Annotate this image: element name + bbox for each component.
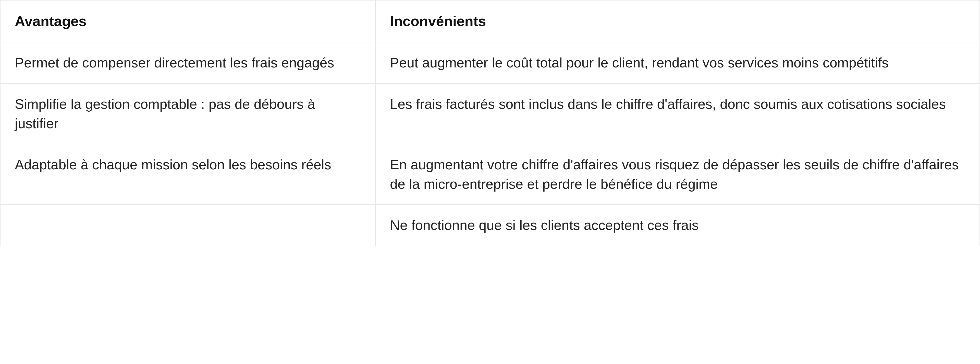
table-row: Simplifie la gestion comptable : pas de … [0,83,980,144]
comparison-table: Avantages Inconvénients Permet de compen… [0,0,980,246]
cell-disadvantage: Ne fonctionne que si les clients accepte… [375,204,980,246]
table-row: Ne fonctionne que si les clients accepte… [0,204,980,246]
table-header-row: Avantages Inconvénients [0,0,980,42]
cell-disadvantage: Peut augmenter le coût total pour le cli… [375,42,980,83]
cell-advantage: Simplifie la gestion comptable : pas de … [0,83,375,144]
table-row: Permet de compenser directement les frai… [0,42,980,83]
header-disadvantages: Inconvénients [375,0,980,42]
header-advantages: Avantages [0,0,375,42]
table-row: Adaptable à chaque mission selon les bes… [0,144,980,204]
cell-advantage: Adaptable à chaque mission selon les bes… [0,144,375,204]
cell-advantage [0,204,375,246]
cell-advantage: Permet de compenser directement les frai… [0,42,375,83]
comparison-table-container: Avantages Inconvénients Permet de compen… [0,0,980,246]
cell-disadvantage: En augmentant votre chiffre d'affaires v… [375,144,980,204]
cell-disadvantage: Les frais facturés sont inclus dans le c… [375,83,980,144]
